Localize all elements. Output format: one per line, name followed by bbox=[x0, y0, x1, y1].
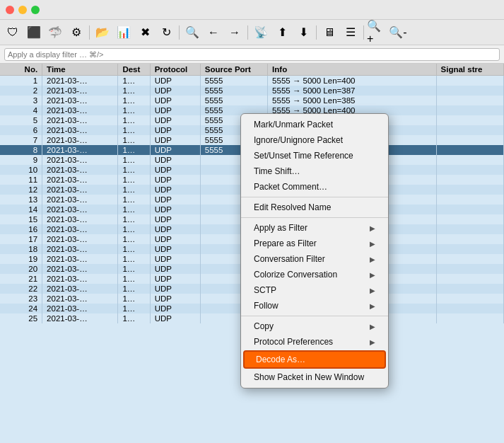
context-menu-item[interactable]: Colorize Conversation▶ bbox=[242, 267, 387, 282]
col-header-dest[interactable]: Dest bbox=[118, 64, 150, 76]
toolbar-icon-down[interactable]: ⬇ bbox=[293, 23, 313, 42]
table-cell bbox=[436, 175, 503, 185]
table-cell: 23 bbox=[0, 294, 42, 304]
toolbar-icon-back[interactable]: ← bbox=[204, 23, 223, 42]
toolbar-icon-forward[interactable]: → bbox=[225, 23, 245, 42]
toolbar-icon-stats[interactable]: 📊 bbox=[114, 23, 134, 42]
context-menu-item-label: Copy bbox=[254, 321, 274, 331]
table-cell: 2021-03-… bbox=[42, 284, 118, 294]
toolbar-icon-net[interactable]: 📡 bbox=[251, 23, 271, 42]
table-cell bbox=[436, 155, 503, 165]
submenu-arrow-icon: ▶ bbox=[370, 323, 375, 330]
table-cell: UDP bbox=[150, 96, 200, 105]
table-row[interactable]: 32021-03-…1…UDP55555555 → 5000 Len=385 bbox=[0, 96, 504, 105]
table-cell: UDP bbox=[150, 274, 200, 284]
context-menu-item[interactable]: Prepare as Filter▶ bbox=[242, 236, 387, 251]
table-cell: 24 bbox=[0, 304, 42, 313]
table-cell: 1… bbox=[118, 313, 150, 323]
table-cell: 1… bbox=[118, 294, 150, 304]
table-cell: 2021-03-… bbox=[42, 205, 118, 214]
table-cell: UDP bbox=[150, 254, 200, 264]
col-header-protocol[interactable]: Protocol bbox=[150, 64, 200, 76]
table-cell: 1… bbox=[118, 115, 150, 125]
table-cell: 2021-03-… bbox=[42, 244, 118, 254]
context-menu-item[interactable]: Copy▶ bbox=[242, 318, 387, 334]
maximize-button[interactable] bbox=[31, 6, 40, 14]
context-menu-item[interactable]: Apply as Filter▶ bbox=[242, 220, 387, 236]
close-button[interactable] bbox=[6, 6, 14, 14]
table-cell: UDP bbox=[150, 165, 200, 175]
col-header-time[interactable]: Time bbox=[42, 64, 118, 76]
table-cell bbox=[436, 294, 503, 304]
table-cell: 2021-03-… bbox=[42, 294, 118, 304]
toolbar-separator-1 bbox=[89, 25, 90, 40]
table-cell: 2021-03-… bbox=[42, 145, 118, 155]
table-cell: 5 bbox=[0, 115, 42, 125]
minimize-button[interactable] bbox=[18, 6, 27, 14]
context-menu-item[interactable]: Time Shift… bbox=[242, 163, 387, 179]
context-menu-item[interactable]: SCTP▶ bbox=[242, 282, 387, 298]
toolbar-icon-open[interactable]: 📂 bbox=[93, 23, 112, 42]
context-menu-item-label: Protocol Preferences bbox=[254, 337, 333, 347]
toolbar-icon-refresh[interactable]: ↻ bbox=[156, 23, 176, 42]
table-cell: UDP bbox=[150, 195, 200, 205]
table-cell bbox=[436, 165, 503, 175]
table-cell: 2021-03-… bbox=[42, 96, 118, 105]
table-cell: UDP bbox=[150, 145, 200, 155]
toolbar-icon-close[interactable]: ✖ bbox=[135, 23, 155, 42]
table-cell: 1… bbox=[118, 76, 150, 86]
context-menu-item[interactable]: Edit Resolved Name bbox=[242, 200, 387, 215]
context-menu-separator bbox=[241, 316, 388, 316]
col-header-signal[interactable]: Signal stre bbox=[436, 64, 503, 76]
context-menu-item-label: SCTP bbox=[254, 285, 276, 295]
table-cell bbox=[436, 284, 503, 294]
table-cell: UDP bbox=[150, 244, 200, 254]
table-cell: UDP bbox=[150, 115, 200, 125]
table-cell: 2021-03-… bbox=[42, 224, 118, 234]
context-menu-item[interactable]: Conversation Filter▶ bbox=[242, 251, 387, 267]
table-row[interactable]: 12021-03-…1…UDP55555555 → 5000 Len=400 bbox=[0, 76, 504, 86]
context-menu-item[interactable]: Ignore/Unignore Packet bbox=[242, 132, 387, 148]
table-cell: UDP bbox=[150, 135, 200, 145]
context-menu-item[interactable]: Packet Comment… bbox=[242, 179, 387, 195]
toolbar-icon-up[interactable]: ⬆ bbox=[272, 23, 292, 42]
table-cell bbox=[436, 274, 503, 284]
table-cell: 2021-03-… bbox=[42, 264, 118, 274]
table-row[interactable]: 22021-03-…1…UDP55555555 → 5000 Len=387 bbox=[0, 86, 504, 96]
toolbar-icon-settings[interactable]: ⚙ bbox=[66, 23, 86, 42]
context-menu-item[interactable]: Mark/Unmark Packet bbox=[242, 117, 387, 132]
table-cell: UDP bbox=[150, 284, 200, 294]
table-cell: UDP bbox=[150, 76, 200, 86]
toolbar-icon-find[interactable]: 🔍 bbox=[182, 23, 202, 42]
table-cell: 11 bbox=[0, 175, 42, 185]
context-menu-item[interactable]: Set/Unset Time Reference bbox=[242, 148, 387, 163]
context-menu-item[interactable]: Show Packet in New Window bbox=[242, 369, 387, 385]
context-menu: Mark/Unmark PacketIgnore/Unignore Packet… bbox=[240, 113, 389, 389]
toolbar-icon-zoom-in[interactable]: 🔍+ bbox=[367, 23, 387, 42]
toolbar-icon-shark[interactable]: 🦈 bbox=[45, 23, 65, 42]
col-header-info[interactable]: Info bbox=[268, 64, 436, 76]
table-cell: 1… bbox=[118, 96, 150, 105]
context-menu-item[interactable]: Decode As… bbox=[243, 350, 386, 369]
filterbar bbox=[0, 45, 504, 64]
display-filter-input[interactable] bbox=[4, 48, 500, 61]
toolbar-icon-stop[interactable]: ⬛ bbox=[24, 23, 44, 42]
toolbar-icon-display[interactable]: 🖥 bbox=[320, 23, 339, 42]
col-header-no[interactable]: No. bbox=[0, 64, 42, 76]
context-menu-item[interactable]: Follow▶ bbox=[242, 298, 387, 313]
table-cell: UDP bbox=[150, 185, 200, 195]
table-cell: 6 bbox=[0, 125, 42, 135]
table-cell: 25 bbox=[0, 313, 42, 323]
col-header-source-port[interactable]: Source Port bbox=[200, 64, 267, 76]
toolbar-icon-zoom-out[interactable]: 🔍- bbox=[388, 23, 408, 42]
context-menu-item[interactable]: Protocol Preferences▶ bbox=[242, 334, 387, 350]
toolbar-icon-list[interactable]: ☰ bbox=[341, 23, 361, 42]
context-menu-item-label: Colorize Conversation bbox=[254, 270, 337, 280]
table-cell: 2021-03-… bbox=[42, 115, 118, 125]
table-cell: 2021-03-… bbox=[42, 304, 118, 313]
table-cell bbox=[436, 105, 503, 115]
context-menu-item-label: Edit Resolved Name bbox=[254, 202, 331, 212]
table-cell: UDP bbox=[150, 105, 200, 115]
toolbar-icon-shield[interactable]: 🛡 bbox=[3, 23, 23, 42]
table-cell: 2021-03-… bbox=[42, 135, 118, 145]
